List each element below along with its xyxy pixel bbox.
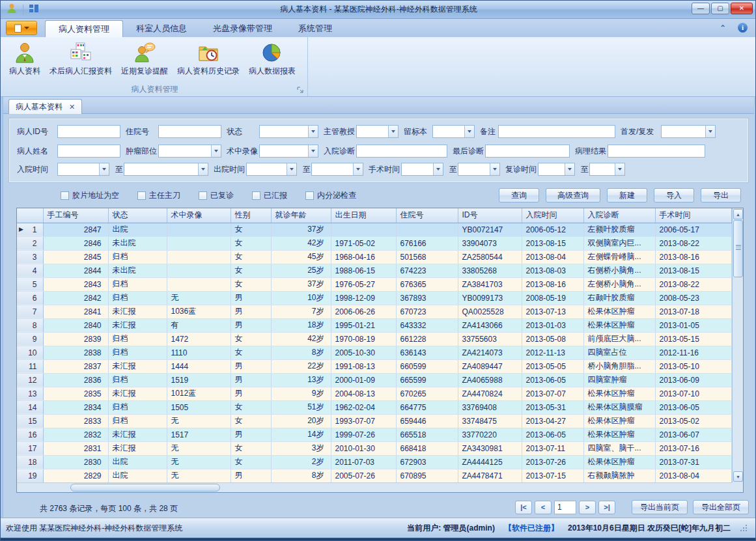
table-row[interactable]: ▶12847出院女37岁YB00721472006-05-12左额叶胶质瘤200… (17, 223, 732, 236)
cell[interactable]: 2013-06-07 (655, 428, 732, 441)
cell[interactable]: 51岁 (271, 400, 331, 414)
revisit-date-from-combo[interactable] (538, 163, 575, 176)
chevron-down-icon[interactable] (615, 163, 624, 175)
cell[interactable]: 2832 (43, 428, 108, 441)
row-indicator[interactable]: 15 (17, 414, 43, 428)
cell[interactable]: ZA4470824 (458, 387, 522, 400)
cell[interactable]: 7岁 (271, 305, 331, 318)
specimen-combo[interactable] (432, 125, 475, 138)
cell[interactable]: 1995-01-21 (331, 318, 396, 332)
cell[interactable]: 2012-11-16 (655, 346, 732, 359)
cell[interactable]: 665599 (396, 373, 458, 387)
row-indicator[interactable]: ▶1 (17, 223, 43, 236)
cell[interactable]: 42岁 (271, 236, 331, 250)
cell[interactable]: 2013-05-10 (655, 359, 732, 373)
revisit-date-to-combo[interactable] (589, 163, 625, 176)
cell[interactable]: 2834 (43, 400, 108, 414)
horizontal-scrollbar[interactable] (17, 482, 732, 492)
export-current-page-button[interactable]: 导出当前页 (632, 500, 688, 514)
cell[interactable]: 33755603 (458, 332, 522, 346)
table-row[interactable]: 62842归档无男10岁1998-12-09367893YB0099173200… (17, 291, 732, 305)
cell[interactable]: 松果体区肿瘤 (583, 414, 655, 428)
cell[interactable]: 男 (231, 373, 271, 387)
cell[interactable]: 归档 (108, 277, 167, 291)
status-combo[interactable] (259, 125, 318, 138)
chief-surgeon-checkbox[interactable] (137, 191, 146, 200)
cell[interactable]: 2013-05-08 (522, 332, 583, 346)
cell[interactable]: 1505 (167, 400, 231, 414)
cell[interactable]: 2013-08-22 (655, 236, 732, 250)
column-header[interactable]: 出生日期 (331, 208, 396, 223)
export-button[interactable]: 导出 (701, 188, 741, 202)
cell[interactable]: 女 (231, 236, 271, 250)
scroll-up-icon[interactable]: ▲ (733, 209, 743, 219)
cell[interactable]: 1968-04-16 (331, 250, 396, 264)
cell[interactable]: 2840 (43, 318, 108, 332)
row-indicator[interactable]: 11 (17, 359, 43, 373)
cell[interactable]: 2013-08-15 (522, 236, 583, 250)
row-indicator[interactable]: 5 (17, 277, 43, 291)
cell[interactable]: QA0025528 (458, 305, 522, 318)
cell[interactable]: 2838 (43, 346, 108, 359)
first-page-button[interactable]: |< (515, 501, 532, 514)
cell[interactable]: 松果体区肿瘤 (583, 428, 655, 441)
cell[interactable]: 左侧蝶骨嵴脑... (583, 250, 655, 264)
surgery-date-from-combo[interactable] (401, 163, 443, 176)
cell[interactable]: 未汇报 (108, 441, 167, 455)
cell[interactable] (167, 264, 231, 277)
cell[interactable]: 有 (167, 318, 231, 332)
cell[interactable] (331, 223, 396, 236)
cell[interactable]: 归档 (108, 346, 167, 359)
cell[interactable]: 男 (231, 305, 271, 318)
final-diagnosis-input[interactable] (485, 145, 570, 158)
pathology-result-input[interactable] (608, 145, 705, 158)
cell[interactable]: 2011-07-03 (331, 455, 396, 469)
cell[interactable]: 女 (231, 346, 271, 359)
cell[interactable]: 2846 (43, 236, 108, 250)
cell[interactable]: 松果体区肿瘤 (583, 455, 655, 469)
cell[interactable]: 676365 (396, 277, 458, 291)
cell[interactable]: 672903 (396, 455, 458, 469)
cell[interactable]: 8岁 (271, 346, 331, 359)
table-row[interactable]: 152833归档无女20岁1993-07-0765944633748475201… (17, 414, 732, 428)
last-page-button[interactable]: >| (598, 501, 615, 514)
table-row[interactable]: 82840未汇报有男18岁1995-01-21643332ZA414306620… (17, 318, 732, 332)
resize-grip[interactable] (740, 524, 748, 532)
application-menu-button[interactable] (6, 21, 37, 35)
cell[interactable]: 42岁 (271, 332, 331, 346)
ribbon-tab-staff-info[interactable]: 科室人员信息 (123, 20, 200, 37)
cell[interactable]: 14岁 (271, 428, 331, 441)
table-row[interactable]: 52843归档女37岁1976-05-27676365ZA38417032013… (17, 277, 732, 291)
column-header[interactable]: 住院号 (396, 208, 458, 223)
cell[interactable]: 2013-08-04 (655, 469, 732, 482)
cell[interactable]: 2013-07-10 (655, 387, 732, 400)
cell[interactable]: 右颞叶胶质瘤 (583, 291, 655, 305)
cell[interactable]: 双侧脑室内巨... (583, 236, 655, 250)
cell[interactable]: 2013-04-27 (522, 414, 583, 428)
cell[interactable]: 2013-08-16 (522, 277, 583, 291)
advanced-query-button[interactable]: 高级查询 (546, 188, 600, 202)
cell[interactable]: 1991-08-13 (331, 359, 396, 373)
cell[interactable]: 2005-10-30 (331, 346, 396, 359)
row-indicator[interactable]: 13 (17, 387, 43, 400)
cell[interactable]: 四脑室占位 (583, 346, 655, 359)
cell[interactable]: 2013-06-05 (522, 428, 583, 441)
cell[interactable]: 无 (167, 441, 231, 455)
row-indicator[interactable]: 12 (17, 373, 43, 387)
cell[interactable]: 10岁 (271, 291, 331, 305)
cell[interactable]: ZA2580544 (458, 250, 522, 264)
row-indicator[interactable]: 7 (17, 305, 43, 318)
cell[interactable]: 9岁 (271, 387, 331, 400)
cell[interactable]: 664775 (396, 400, 458, 414)
cell[interactable]: 2013-08-22 (655, 277, 732, 291)
cell[interactable]: 1472 (167, 332, 231, 346)
cell[interactable]: 2836 (43, 373, 108, 387)
cell[interactable]: 2843 (43, 277, 108, 291)
scroll-down-icon[interactable]: ▼ (733, 471, 743, 482)
cell[interactable]: 643332 (396, 318, 458, 332)
admission-date-to-combo[interactable] (124, 163, 208, 176)
professor-combo[interactable] (356, 125, 399, 138)
new-button[interactable]: 新建 (607, 188, 647, 202)
cell[interactable]: 2013-01-05 (655, 318, 732, 332)
cell[interactable]: 未汇报 (108, 318, 167, 332)
